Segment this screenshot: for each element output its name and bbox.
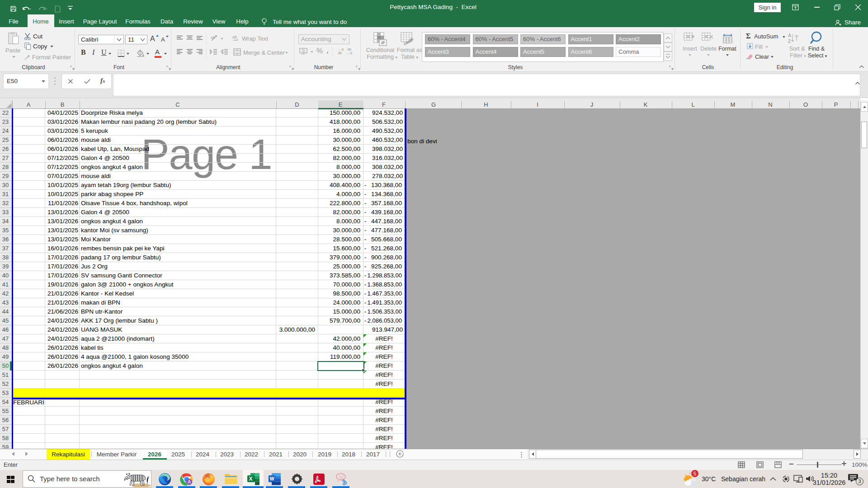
svg-text:.00: .00	[337, 52, 342, 55]
svg-text:Z: Z	[788, 39, 791, 44]
svg-text:A: A	[788, 33, 791, 38]
svg-text:.00: .00	[347, 48, 351, 51]
svg-text:ab: ab	[211, 35, 215, 40]
svg-text:00: 00	[302, 52, 305, 55]
svg-text:←.0: ←.0	[338, 48, 344, 51]
svg-text:A: A	[188, 479, 191, 484]
svg-text:ab: ab	[232, 35, 237, 39]
svg-text:→.0: →.0	[346, 52, 352, 55]
